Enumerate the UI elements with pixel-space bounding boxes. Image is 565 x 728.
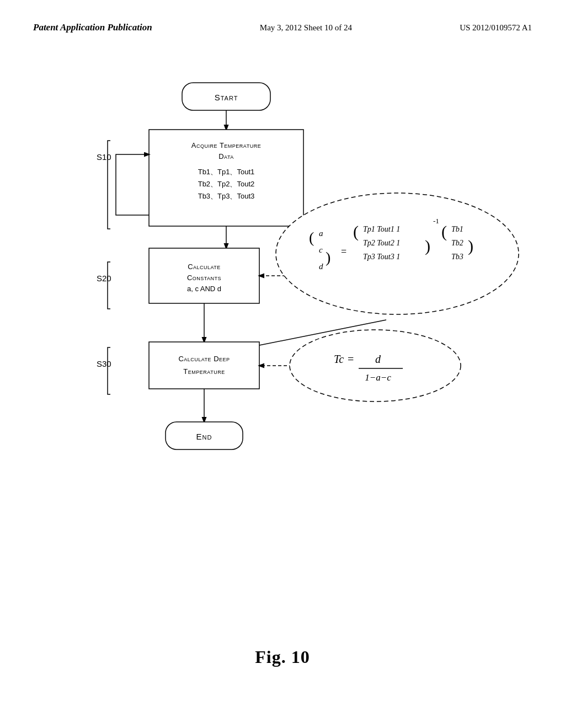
flowchart-svg: Start S10 Acquire Temperature Data Tb1、T…	[0, 66, 565, 563]
svg-text:(: (	[441, 222, 447, 241]
svg-text:Tb3: Tb3	[451, 253, 463, 261]
svg-text:Calculate Deep: Calculate Deep	[178, 355, 230, 363]
publication-date-sheet: May 3, 2012 Sheet 10 of 24	[260, 22, 352, 33]
svg-text:Tb1、Tp1、Tout1: Tb1、Tp1、Tout1	[198, 168, 255, 176]
page-header: Patent Application Publication May 3, 20…	[0, 0, 565, 33]
svg-text:a, c AND d: a, c AND d	[187, 285, 221, 293]
svg-text:Tb1: Tb1	[451, 225, 463, 233]
svg-text:S10: S10	[97, 152, 111, 162]
svg-text:): )	[326, 249, 331, 266]
svg-text:a: a	[319, 229, 323, 238]
publication-number: US 2012/0109572 A1	[460, 22, 532, 33]
svg-text:-1: -1	[433, 217, 439, 225]
svg-text:Tb2、Tp2、Tout2: Tb2、Tp2、Tout2	[198, 180, 255, 188]
svg-point-42	[290, 330, 461, 402]
svg-text:): )	[468, 237, 473, 255]
svg-text:Constants: Constants	[187, 274, 221, 282]
svg-text:Tp1  Tout1  1: Tp1 Tout1 1	[363, 225, 400, 233]
svg-text:Acquire Temperature: Acquire Temperature	[191, 141, 261, 149]
svg-text:Calculate: Calculate	[188, 263, 221, 271]
svg-text:Tp3  Tout3  1: Tp3 Tout3 1	[363, 253, 400, 261]
svg-text:Tb3、Tp3、Tout3: Tb3、Tp3、Tout3	[198, 192, 255, 200]
svg-text:Tb2: Tb2	[451, 239, 463, 247]
svg-text:): )	[425, 237, 430, 255]
figure-caption: Fig. 10	[255, 647, 310, 667]
svg-text:(: (	[309, 229, 314, 246]
svg-text:End: End	[196, 432, 212, 441]
svg-text:=: =	[348, 353, 354, 365]
svg-rect-38	[149, 342, 259, 389]
svg-text:Tp2  Tout2  1: Tp2 Tout2 1	[363, 239, 400, 247]
svg-text:Tc: Tc	[334, 353, 344, 365]
svg-text:S20: S20	[97, 274, 111, 283]
svg-text:Data: Data	[218, 152, 234, 160]
svg-text:(: (	[353, 222, 359, 241]
svg-text:Temperature: Temperature	[183, 367, 225, 376]
svg-text:Start: Start	[215, 93, 238, 102]
publication-title: Patent Application Publication	[33, 22, 152, 33]
svg-text:S30: S30	[97, 359, 111, 368]
svg-text:c: c	[319, 245, 323, 254]
diagram-area: Start S10 Acquire Temperature Data Tb1、T…	[0, 66, 565, 563]
svg-text:=: =	[341, 246, 347, 257]
svg-text:1−a−c: 1−a−c	[365, 372, 391, 383]
svg-text:d: d	[375, 353, 381, 365]
svg-text:d: d	[319, 262, 323, 271]
